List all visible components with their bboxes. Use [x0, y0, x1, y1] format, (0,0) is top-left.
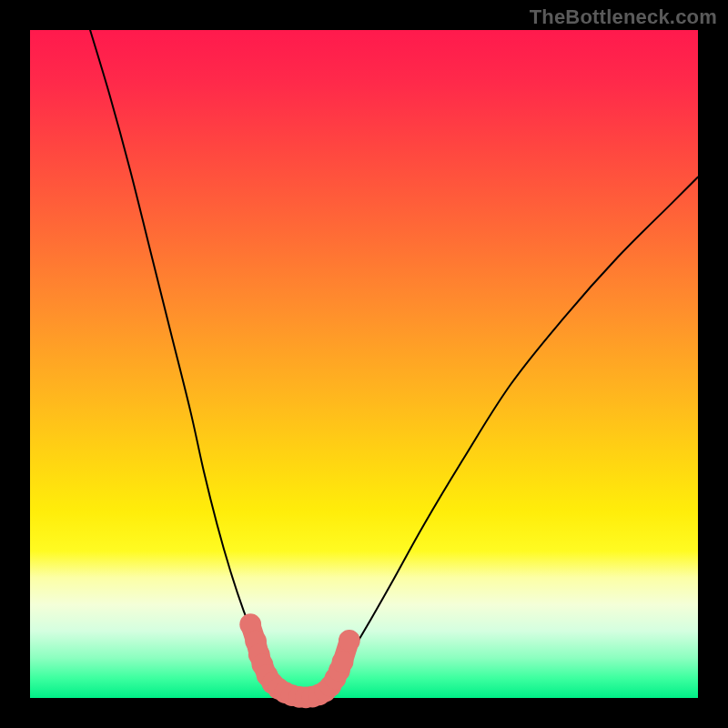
watermark-text: TheBottleneck.com	[530, 5, 717, 29]
curve-layer	[90, 30, 698, 698]
chart-frame: TheBottleneck.com	[0, 0, 728, 728]
marker-layer	[239, 613, 359, 708]
series-left-curve	[90, 30, 278, 684]
marker-dot	[339, 630, 360, 652]
marker-dot	[332, 651, 354, 672]
plot-area	[30, 30, 698, 698]
chart-svg	[30, 30, 698, 698]
series-right-curve	[330, 177, 698, 684]
